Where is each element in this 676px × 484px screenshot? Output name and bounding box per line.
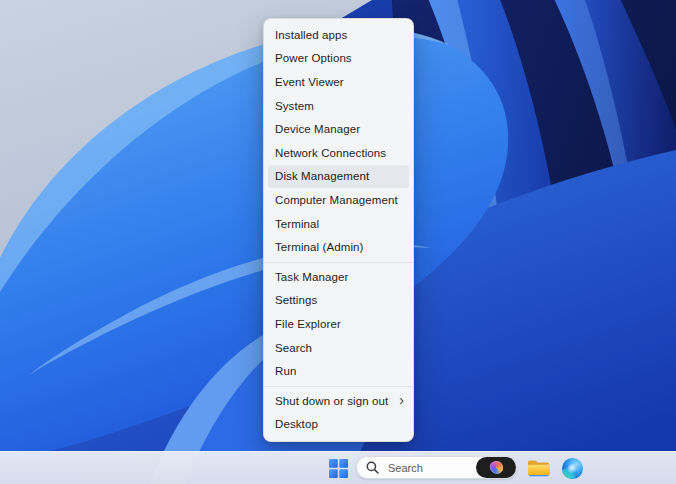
file-explorer-button[interactable] [525,452,553,484]
menu-item-network-connections[interactable]: Network Connections [264,141,413,165]
menu-separator [264,262,413,263]
chevron-right-icon: › [399,392,404,408]
menu-item-desktop[interactable]: Desktop [264,413,413,437]
menu-item-run[interactable]: Run [264,359,413,383]
menu-item-label: Installed apps [275,29,347,41]
edge-icon [562,458,583,479]
menu-item-task-manager[interactable]: Task Manager [264,265,413,289]
menu-item-computer-management[interactable]: Computer Management [264,188,413,212]
desktop-screen: Installed appsPower OptionsEvent ViewerS… [0,0,676,484]
search-icon [366,461,379,474]
menu-item-shut-down-or-sign-out[interactable]: Shut down or sign out› [264,389,413,413]
copilot-icon [488,459,504,475]
menu-item-device-manager[interactable]: Device Manager [264,117,413,141]
copilot-button[interactable] [476,457,516,478]
menu-item-search[interactable]: Search [264,336,413,360]
menu-item-label: File Explorer [275,318,341,330]
winx-menu: Installed appsPower OptionsEvent ViewerS… [263,18,414,442]
menu-item-label: Search [275,342,312,354]
menu-item-label: Run [275,365,296,377]
menu-item-label: Terminal [275,218,319,230]
menu-item-label: Shut down or sign out [275,395,388,407]
menu-item-terminal[interactable]: Terminal [264,212,413,236]
menu-item-label: Task Manager [275,271,348,283]
windows-logo-icon [329,459,348,478]
menu-item-installed-apps[interactable]: Installed apps [264,23,413,47]
menu-item-label: Computer Management [275,194,398,206]
menu-item-terminal-admin[interactable]: Terminal (Admin) [264,235,413,259]
menu-item-system[interactable]: System [264,94,413,118]
folder-icon [527,459,551,478]
menu-item-label: Desktop [275,418,318,430]
menu-item-label: Settings [275,294,317,306]
menu-item-file-explorer[interactable]: File Explorer [264,312,413,336]
start-button[interactable] [323,452,353,484]
menu-item-label: Disk Management [275,170,369,182]
menu-item-label: Device Manager [275,123,360,135]
taskbar [0,451,676,484]
menu-item-disk-management[interactable]: Disk Management [268,165,409,189]
menu-item-label: Power Options [275,52,352,64]
taskbar-search[interactable] [356,456,517,479]
menu-item-settings[interactable]: Settings [264,289,413,313]
menu-item-label: System [275,100,314,112]
menu-item-label: Network Connections [275,147,386,159]
edge-browser-button[interactable] [558,452,586,484]
menu-separator [264,386,413,387]
menu-item-power-options[interactable]: Power Options [264,47,413,71]
menu-item-label: Event Viewer [275,76,344,88]
menu-item-label: Terminal (Admin) [275,241,364,253]
menu-item-event-viewer[interactable]: Event Viewer [264,70,413,94]
